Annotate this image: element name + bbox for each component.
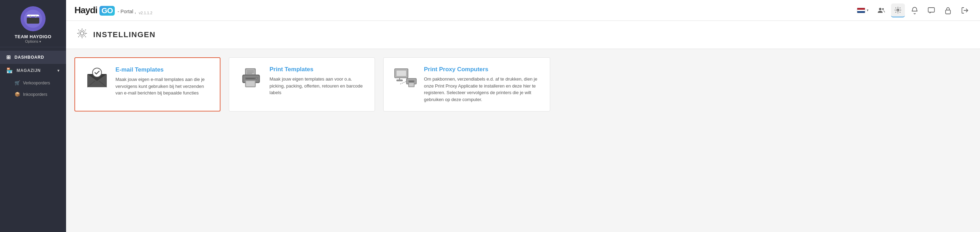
email-templates-card-text: E-mail Templates Maak jouw eigen e-mail … — [115, 66, 210, 96]
svg-rect-2 — [27, 17, 39, 24]
chat-icon — [928, 6, 935, 14]
sidebar-subitem-label: Verkooporders — [23, 80, 50, 85]
print-templates-desc: Maak jouw eigen templates aan voor o.a. … — [269, 76, 365, 96]
email-templates-desc: Maak jouw eigen e-mail templates aan die… — [115, 76, 210, 96]
svg-point-8 — [30, 16, 30, 17]
svg-point-16 — [79, 30, 85, 36]
lock-button[interactable] — [941, 3, 955, 17]
users-button[interactable] — [874, 3, 888, 17]
print-templates-card-text: Print Templates Maak jouw eigen template… — [269, 66, 365, 96]
print-templates-card[interactable]: Print Templates Maak jouw eigen template… — [229, 57, 375, 112]
svg-point-19 — [92, 68, 102, 77]
magazijn-icon: 🏪 — [6, 67, 13, 74]
main-content: Haydi GO - Portal , v2.1.1.2 ▾ — [66, 0, 980, 232]
sidebar-item-inkooporders[interactable]: 📦 Inkooporders — [0, 88, 66, 100]
svg-rect-5 — [27, 16, 39, 18]
email-templates-title: E-mail Templates — [115, 66, 210, 73]
lock-icon — [945, 6, 951, 14]
sidebar-item-verkooporders[interactable]: 🛒 Verkooporders — [0, 77, 66, 88]
svg-point-15 — [80, 32, 84, 35]
print-proxy-card-text: Print Proxy Computers Om pakbonnen, verz… — [424, 66, 540, 103]
email-icon — [86, 68, 108, 88]
settings-icon — [894, 6, 902, 14]
logout-button[interactable] — [958, 3, 972, 17]
language-selector[interactable]: ▾ — [854, 6, 872, 14]
proxy-icon-area — [393, 66, 418, 88]
ninja-avatar-icon — [24, 10, 42, 28]
sidebar-subitem-label: Inkooporders — [23, 92, 47, 97]
avatar — [21, 6, 46, 31]
svg-point-12 — [897, 9, 899, 11]
sidebar-item-magazijn[interactable]: 🏪 MAGAZIJN ▾ — [0, 64, 66, 77]
svg-rect-33 — [397, 80, 402, 81]
topbar: Haydi GO - Portal , v2.1.1.2 ▾ — [66, 0, 980, 21]
chat-button[interactable] — [924, 3, 938, 17]
brand: Haydi GO - Portal , v2.1.1.2 — [75, 5, 152, 16]
brand-go: GO — [99, 6, 115, 16]
print-proxy-title: Print Proxy Computers — [424, 66, 540, 73]
print-proxy-card[interactable]: Print Proxy Computers Om pakbonnen, verz… — [383, 57, 550, 112]
brand-haydi: Haydi — [75, 5, 97, 16]
svg-rect-27 — [245, 80, 255, 87]
svg-rect-35 — [409, 83, 414, 87]
chevron-down-icon: ▾ — [57, 68, 60, 73]
inkooporders-icon: 📦 — [14, 92, 20, 97]
svg-rect-31 — [396, 70, 407, 76]
sidebar-item-label: DASHBOARD — [14, 55, 44, 60]
sidebar-logo: TEAM HAYDIGO Options — [0, 0, 66, 47]
logout-icon — [961, 6, 969, 14]
settings-button[interactable] — [891, 3, 905, 17]
notifications-button[interactable] — [908, 3, 921, 17]
print-icon-area — [239, 66, 263, 88]
gear-icon — [76, 27, 88, 39]
svg-rect-28 — [245, 78, 255, 79]
sidebar-item-dashboard[interactable]: ⊞ DASHBOARD — [0, 51, 66, 64]
flag-dropdown-icon: ▾ — [867, 8, 869, 13]
svg-rect-14 — [946, 10, 950, 14]
page-title: INSTELLINGEN — [93, 30, 156, 39]
bell-icon — [911, 6, 918, 14]
email-templates-card[interactable]: E-mail Templates Maak jouw eigen e-mail … — [75, 57, 221, 112]
page-header: INSTELLINGEN — [66, 21, 980, 49]
cards-area: E-mail Templates Maak jouw eigen e-mail … — [66, 49, 980, 128]
svg-point-10 — [879, 8, 881, 10]
sidebar-item-label: MAGAZIJN — [17, 68, 41, 73]
print-icon — [240, 67, 262, 88]
sidebar: TEAM HAYDIGO Options ⊞ DASHBOARD 🏪 MAGAZ… — [0, 0, 66, 232]
page-content: INSTELLINGEN — [66, 21, 980, 232]
svg-point-11 — [882, 8, 884, 10]
options-link[interactable]: Options — [25, 39, 41, 43]
brand-portal: - Portal , — [118, 9, 136, 14]
flag-nl-icon — [857, 8, 865, 13]
users-icon — [877, 6, 885, 14]
svg-point-29 — [256, 77, 257, 79]
svg-point-9 — [35, 16, 36, 17]
svg-line-37 — [400, 81, 407, 84]
print-templates-title: Print Templates — [269, 66, 365, 73]
svg-rect-13 — [928, 8, 934, 12]
dashboard-icon: ⊞ — [6, 54, 11, 60]
page-header-settings-icon — [76, 27, 88, 43]
print-proxy-desc: Om pakbonnen, verzendlabels e.d. af te d… — [424, 76, 540, 103]
topbar-icons: ▾ — [854, 3, 972, 17]
email-icon-area — [85, 66, 109, 88]
verkooporders-icon: 🛒 — [14, 80, 20, 85]
sidebar-navigation: ⊞ DASHBOARD 🏪 MAGAZIJN ▾ 🛒 Verkooporders… — [0, 51, 66, 100]
print-proxy-icon — [393, 67, 418, 88]
team-name: TEAM HAYDIGO — [14, 34, 51, 39]
svg-rect-36 — [409, 80, 414, 82]
brand-version: v2.1.1.2 — [139, 11, 152, 16]
